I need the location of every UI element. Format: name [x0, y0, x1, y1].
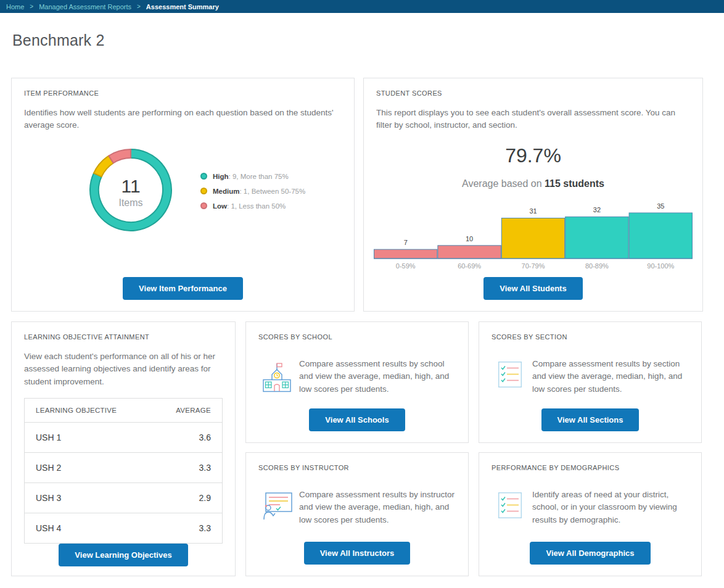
card-description: Identify areas of need at your district,…: [532, 489, 689, 526]
breadcrumb-item[interactable]: Home: [6, 3, 24, 10]
legend-item: Medium: 1, Between 50-75%: [200, 188, 305, 195]
legend-dot: [200, 188, 207, 194]
bar-0-59%: [374, 249, 437, 259]
objectives-table-body: USH 13.6USH 23.3USH 32.9USH 43.3: [25, 422, 223, 543]
bar-category-label: 0-59%: [396, 262, 416, 270]
legend-dot: [200, 202, 207, 209]
table-row: USH 13.6: [25, 422, 223, 452]
average-score-value: 79.7%: [376, 144, 690, 167]
card-scores-by-section: SCORES BY SECTION: [479, 321, 702, 443]
bar-value-label: 10: [466, 234, 473, 242]
average-cell: 2.9: [152, 482, 223, 513]
card-learning-objectives: LEARNING OBJECTIVE ATTAINMENT View each …: [11, 321, 236, 576]
checklist-icon: [498, 362, 522, 387]
card-title: SCORES BY SCHOOL: [258, 333, 456, 341]
bar-80-89%: [566, 217, 628, 259]
card-scores-by-school: SCORES BY SCHOOL: [245, 321, 469, 443]
breadcrumb-item: Assessment Summary: [146, 3, 219, 10]
objective-cell: USH 2: [25, 452, 152, 482]
donut-center-label: Items: [118, 197, 142, 208]
card-title: SCORES BY INSTRUCTOR: [258, 464, 456, 471]
table-row: USH 32.9: [25, 482, 223, 513]
school-building-icon: [263, 362, 291, 392]
legend-label: Low: 1, Less than 50%: [213, 202, 286, 210]
card-description: Compare assessment results by section an…: [532, 358, 689, 395]
bar-category-label: 60-69%: [458, 262, 481, 270]
view-item-performance-button[interactable]: View Item Performance: [123, 277, 243, 300]
view-all-sections-button[interactable]: View All Sections: [541, 408, 640, 431]
bar-category-label: 70-79%: [522, 262, 545, 270]
view-all-instructors-button[interactable]: View All Instructors: [304, 542, 411, 565]
breadcrumb-separator: >: [137, 3, 141, 10]
card-description: Identifies how well students are perform…: [24, 107, 342, 132]
learning-objectives-table: LEARNING OBJECTIVE AVERAGE USH 13.6USH 2…: [24, 398, 223, 544]
objective-cell: USH 4: [25, 513, 152, 543]
average-cell: 3.3: [152, 513, 223, 543]
bar-value-label: 7: [404, 239, 408, 246]
legend-label: Medium: 1, Between 50-75%: [213, 188, 305, 195]
instructor-presentation-icon: [261, 492, 292, 520]
bar-category-label: 80-89%: [585, 262, 609, 270]
bar-value-label: 32: [593, 206, 601, 213]
average-score-caption: Average based on 115 students: [376, 178, 690, 189]
card-description: Compare assessment results by school and…: [299, 358, 456, 395]
card-title: PERFORMANCE BY DEMOGRAPHICS: [492, 464, 689, 471]
card-title: STUDENT SCORES: [376, 89, 690, 97]
legend-label: High: 9, More than 75%: [213, 173, 289, 180]
average-cell: 3.6: [152, 422, 223, 452]
donut-slice-low: [109, 149, 131, 163]
donut-legend: High: 9, More than 75%Medium: 1, Between…: [200, 173, 305, 210]
table-row: USH 43.3: [25, 513, 223, 543]
breadcrumb-item[interactable]: Managed Assessment Reports: [39, 3, 131, 10]
view-all-schools-button[interactable]: View All Schools: [309, 408, 405, 431]
donut-center-value: 11: [121, 176, 140, 196]
donut-chart: 11 Items: [81, 141, 180, 239]
objective-cell: USH 3: [25, 482, 152, 513]
average-cell: 3.3: [152, 452, 223, 482]
checklist-icon: [498, 492, 522, 518]
bar-60-69%: [438, 245, 501, 258]
card-title: ITEM PERFORMANCE: [24, 89, 342, 97]
card-title: LEARNING OBJECTIVE ATTAINMENT: [24, 333, 223, 341]
main-content: ITEM PERFORMANCE Identifies how well stu…: [0, 78, 724, 584]
legend-dot: [200, 173, 207, 180]
breadcrumb-separator: >: [30, 3, 33, 10]
column-header-average: AVERAGE: [152, 398, 223, 422]
legend-item: High: 9, More than 75%: [200, 173, 305, 180]
page-title: Benchmark 2: [12, 31, 724, 49]
view-learning-objectives-button[interactable]: View Learning Objectives: [59, 544, 187, 566]
table-header-row: LEARNING OBJECTIVE AVERAGE: [25, 398, 223, 422]
bar-category-label: 90-100%: [647, 262, 674, 270]
breadcrumb: Home>Managed Assessment Reports>Assessme…: [0, 0, 724, 13]
bar-90-100%: [629, 213, 692, 259]
bar-value-label: 31: [529, 207, 537, 215]
caption-prefix: Average based on: [462, 178, 545, 189]
table-row: USH 23.3: [25, 452, 223, 482]
card-description: View each student's performance on all o…: [24, 350, 223, 388]
objective-cell: USH 1: [25, 422, 152, 452]
bar-value-label: 35: [657, 203, 664, 210]
card-description: This report displays you to see each stu…: [376, 107, 690, 132]
legend-item: Low: 1, Less than 50%: [200, 202, 305, 210]
card-scores-by-instructor: SCORES BY INSTRUCTOR: [245, 452, 469, 576]
card-student-scores: STUDENT SCORES This report displays you …: [363, 78, 703, 312]
caption-students-count: 115 students: [545, 178, 604, 189]
card-item-performance: ITEM PERFORMANCE Identifies how well stu…: [11, 78, 355, 312]
card-title: SCORES BY SECTION: [492, 333, 689, 341]
view-all-students-button[interactable]: View All Students: [483, 277, 582, 300]
column-header-objective: LEARNING OBJECTIVE: [25, 398, 152, 422]
bar-70-79%: [501, 218, 564, 259]
card-description: Compare assessment results by instructor…: [299, 489, 456, 526]
bar-chart: 70-59%1060-69%3170-79%3280-89%3590-100%: [374, 203, 693, 272]
view-all-demographics-button[interactable]: View All Demographics: [530, 542, 650, 565]
card-performance-by-demographics: PERFORMANCE BY DEMOGRAPHICS: [479, 452, 702, 576]
